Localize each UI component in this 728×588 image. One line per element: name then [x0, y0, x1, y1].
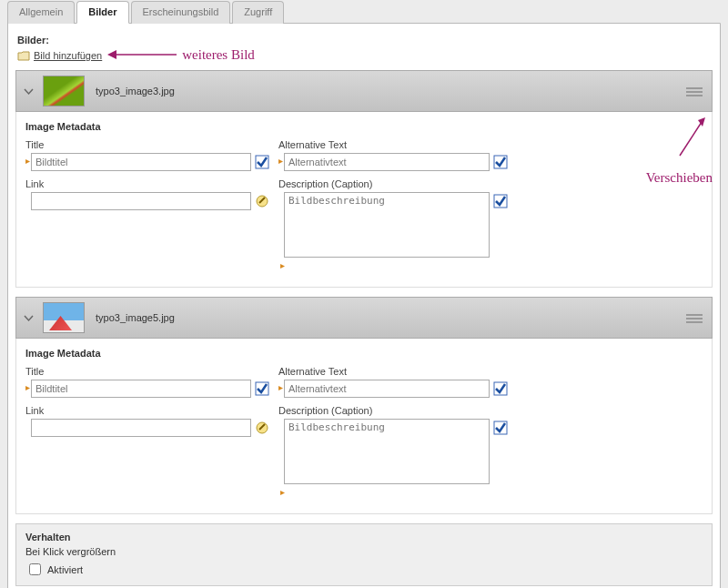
checkbox-alt[interactable]	[493, 381, 508, 396]
add-image-button[interactable]: Bild hinzufügen	[34, 50, 102, 61]
behaviour-heading: Verhalten	[25, 532, 703, 542]
title-input[interactable]	[31, 153, 251, 171]
image-item: typo3_image5.jpg Image Metadata Title ▸	[15, 297, 713, 514]
description-textarea[interactable]	[284, 419, 490, 484]
tab-appearance[interactable]: Erscheinungsbild	[131, 1, 231, 24]
drag-handle-icon[interactable]	[686, 312, 703, 323]
folder-icon	[17, 50, 30, 61]
link-wizard-icon[interactable]	[255, 421, 269, 435]
image-thumbnail	[43, 302, 85, 333]
collapse-toggle[interactable]	[24, 86, 34, 96]
drag-handle-icon[interactable]	[686, 86, 703, 96]
label-title: Title	[25, 139, 269, 150]
activated-checkbox[interactable]	[29, 563, 41, 575]
title-input[interactable]	[31, 380, 251, 398]
image-thumbnail	[43, 76, 85, 106]
collapse-toggle[interactable]	[24, 313, 34, 323]
annotation-add-image: weiteres Bild	[182, 47, 255, 63]
image-filename: typo3_image3.jpg	[96, 86, 175, 96]
tab-access[interactable]: Zugriff	[232, 1, 284, 24]
checkbox-desc[interactable]	[493, 194, 508, 208]
tab-bar: Allgemein Bilder Erscheinungsbild Zugrif…	[7, 0, 721, 23]
marker-icon: ▸	[280, 484, 286, 501]
label-desc: Description (Caption)	[278, 405, 508, 416]
metadata-heading: Image Metadata	[25, 348, 703, 359]
label-title: Title	[25, 366, 269, 377]
behaviour-section: Verhalten Bei Klick vergrößern Aktiviert	[15, 523, 713, 586]
label-desc: Description (Caption)	[278, 178, 508, 189]
checkbox-alt[interactable]	[493, 155, 508, 169]
tab-general[interactable]: Allgemein	[7, 1, 75, 24]
image-item-header[interactable]: typo3_image3.jpg	[15, 70, 713, 112]
image-item-header[interactable]: typo3_image5.jpg	[15, 297, 713, 339]
checkbox-desc[interactable]	[493, 421, 508, 435]
label-link: Link	[25, 178, 269, 189]
alt-input[interactable]	[284, 380, 490, 398]
label-link: Link	[25, 405, 269, 416]
tab-images[interactable]: Bilder	[76, 1, 128, 24]
link-input[interactable]	[31, 192, 251, 210]
image-metadata-body: Verschieben Image Metadata Title ▸	[15, 112, 713, 288]
images-panel: Bilder: Bild hinzufügen weiteres Bild ty…	[7, 23, 721, 588]
activated-label: Aktiviert	[47, 564, 83, 575]
link-input[interactable]	[31, 419, 251, 437]
description-textarea[interactable]	[284, 192, 490, 258]
marker-icon: ▸	[280, 258, 286, 274]
checkbox-title[interactable]	[255, 381, 269, 396]
metadata-heading: Image Metadata	[25, 121, 703, 132]
annotation-arrow-left-icon	[106, 48, 178, 63]
behaviour-enlarge-label: Bei Klick vergrößern	[25, 546, 703, 557]
image-metadata-body: Image Metadata Title ▸ Link	[15, 339, 713, 514]
label-alt: Alternative Text	[278, 366, 508, 377]
checkbox-title[interactable]	[255, 155, 269, 169]
section-label-images: Bilder:	[17, 35, 713, 46]
link-wizard-icon[interactable]	[255, 194, 269, 208]
image-item: typo3_image3.jpg Verschieben Image Metad…	[15, 70, 713, 288]
label-alt: Alternative Text	[278, 139, 508, 150]
alt-input[interactable]	[284, 153, 490, 171]
image-filename: typo3_image5.jpg	[96, 312, 175, 323]
